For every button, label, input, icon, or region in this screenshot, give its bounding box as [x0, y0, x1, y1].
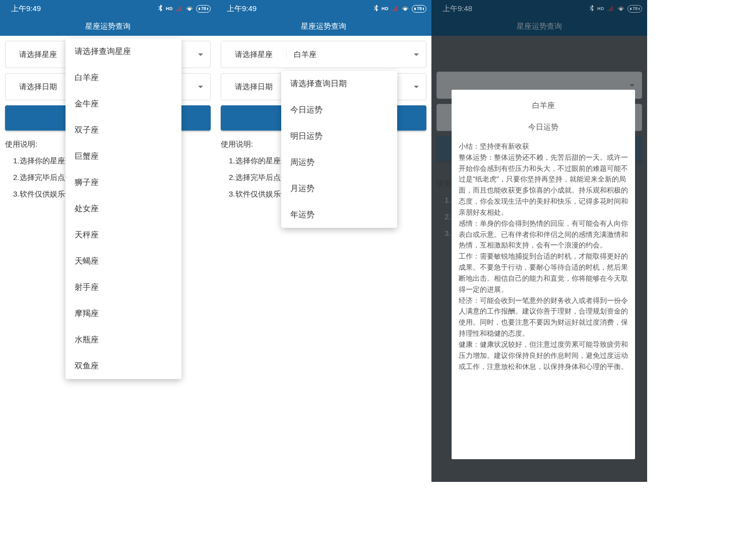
signal-icon-1 — [392, 5, 399, 13]
result-title: 白羊座 — [459, 101, 628, 110]
chevron-down-icon — [191, 41, 210, 68]
dropdown-item[interactable]: 水瓶座 — [66, 327, 181, 353]
page-title: 星座运势查询 — [431, 17, 647, 36]
zodiac-selector-value: 白羊座 — [287, 50, 407, 59]
dropdown-item[interactable]: 白羊座 — [66, 65, 181, 91]
dropdown-item[interactable]: 年运势 — [281, 202, 397, 228]
result-dialog[interactable]: 白羊座 今日运势 小结：坚持便有新收获 整体运势：整体运势还不赖，先苦后甜的一天… — [452, 90, 635, 459]
screenshot-2: 上午9:49 HD 78 星座运势查询 请选择星座 白羊座 请选择日期 使 — [216, 0, 431, 482]
date-selector-label: 请选择日期 — [6, 82, 71, 92]
hd-icon: HD — [166, 7, 173, 11]
signal-icon-2 — [617, 5, 624, 13]
dropdown-item[interactable]: 巨蟹座 — [66, 143, 181, 169]
hd-icon: HD — [597, 7, 604, 11]
screenshot-1: 上午9:49 HD 78 星座运势查询 请选择星座 请选择日期 使用说明 — [0, 0, 216, 482]
screenshot-3: 上午9:48 HD 78 星座运势查询 — [431, 0, 647, 482]
dropdown-item[interactable]: 摩羯座 — [66, 300, 181, 327]
dropdown-item[interactable]: 双子座 — [66, 117, 181, 143]
status-bar: 上午9:48 HD 78 — [431, 0, 647, 17]
page-title: 星座运势查询 — [216, 17, 431, 36]
chevron-down-icon — [407, 74, 426, 100]
dropdown-item[interactable]: 请选择查询星座 — [66, 38, 181, 65]
signal-icon-1 — [176, 5, 183, 13]
bluetooth-icon — [373, 5, 379, 13]
status-bar: 上午9:49 HD 78 — [0, 0, 216, 17]
zodiac-dropdown[interactable]: 请选择查询星座 白羊座 金牛座 双子座 巨蟹座 狮子座 处女座 天秤座 天蝎座 … — [66, 38, 181, 379]
dropdown-item[interactable]: 今日运势 — [281, 97, 397, 123]
battery-indicator: 78 — [196, 5, 211, 13]
dropdown-item[interactable]: 处女座 — [66, 196, 181, 222]
dropdown-item[interactable]: 射手座 — [66, 274, 181, 300]
dropdown-item[interactable]: 天蝎座 — [66, 248, 181, 274]
hd-icon: HD — [382, 7, 389, 11]
battery-indicator: 78 — [412, 5, 426, 13]
result-subtitle: 今日运势 — [459, 122, 628, 132]
dropdown-item[interactable]: 狮子座 — [66, 169, 181, 196]
signal-icon-2 — [402, 5, 409, 13]
bluetooth-icon — [158, 5, 163, 13]
signal-icon-1 — [607, 5, 614, 13]
date-selector-label: 请选择日期 — [221, 82, 287, 92]
date-dropdown[interactable]: 请选择查询日期 今日运势 明日运势 周运势 月运势 年运势 — [281, 71, 397, 228]
dropdown-item[interactable]: 双鱼座 — [66, 353, 181, 379]
dropdown-item[interactable]: 周运势 — [281, 149, 397, 175]
dropdown-item[interactable]: 金牛座 — [66, 91, 181, 117]
page-title: 星座运势查询 — [0, 17, 216, 36]
battery-indicator: 78 — [627, 5, 642, 13]
status-time: 上午9:48 — [443, 4, 472, 14]
dropdown-item[interactable]: 请选择查询日期 — [281, 71, 397, 97]
dropdown-item[interactable]: 明日运势 — [281, 123, 397, 149]
status-time: 上午9:49 — [227, 4, 257, 14]
dropdown-item[interactable]: 天秤座 — [66, 222, 181, 248]
chevron-down-icon — [191, 74, 210, 100]
status-time: 上午9:49 — [11, 4, 41, 14]
status-bar: 上午9:49 HD 78 — [216, 0, 431, 17]
result-body: 小结：坚持便有新收获 整体运势：整体运势还不赖，先苦后甜的一天。或许一开始你会感… — [459, 141, 628, 372]
zodiac-selector[interactable]: 请选择星座 白羊座 — [221, 41, 426, 68]
dropdown-item[interactable]: 月运势 — [281, 175, 397, 202]
zodiac-selector-label: 请选择星座 — [221, 50, 287, 59]
zodiac-selector-label: 请选择星座 — [6, 50, 71, 59]
signal-icon-2 — [186, 5, 193, 13]
bluetooth-icon — [589, 5, 594, 13]
chevron-down-icon — [407, 41, 426, 68]
